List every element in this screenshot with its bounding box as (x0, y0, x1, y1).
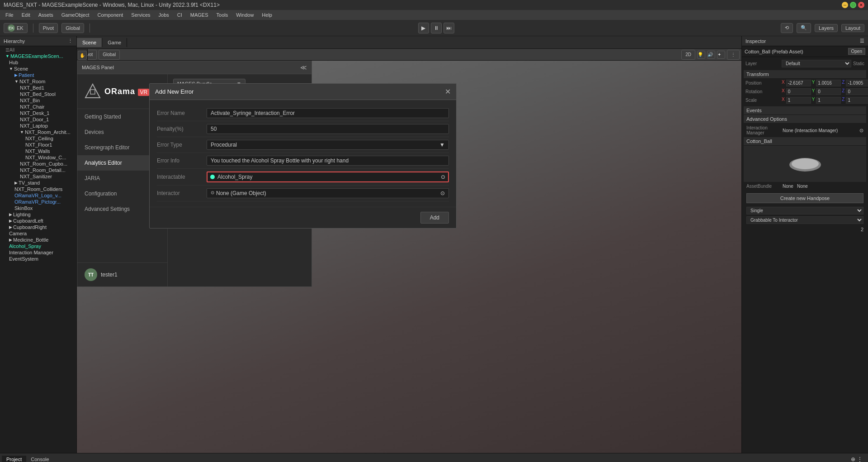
hierarchy-item-bed-stool[interactable]: NXT_Bed_Stool (0, 91, 76, 97)
history-btn[interactable]: ⟲ (781, 23, 793, 33)
hierarchy-item-detail[interactable]: NXT_Room_Detail... (0, 167, 76, 173)
add-error-button[interactable]: Add (420, 212, 449, 224)
add-icon[interactable]: ⊕ (851, 456, 855, 462)
menu-jobs[interactable]: Jobs (155, 11, 173, 19)
inspector-pos-y[interactable] (816, 80, 841, 86)
menu-window[interactable]: Window (232, 11, 257, 19)
inspector-open-button[interactable]: Open (848, 48, 865, 55)
menu-component[interactable]: Component (94, 11, 127, 19)
hierarchy-item-bed1[interactable]: NXT_Bed1 (0, 85, 76, 91)
hierarchy-item-colliders[interactable]: NXT_Room_Colliders (0, 186, 76, 192)
menu-tools[interactable]: Tools (213, 11, 232, 19)
hierarchy-options-icon[interactable]: ⋮ (68, 38, 73, 44)
layout-btn[interactable]: Layout (841, 24, 864, 32)
close-button[interactable]: ✕ (858, 2, 864, 8)
scene-light-btn[interactable]: 💡 (697, 51, 705, 59)
hierarchy-item-window[interactable]: NXT_Window_C... (0, 154, 76, 161)
menu-edit[interactable]: Edit (18, 11, 34, 19)
inspector-scale-y[interactable] (816, 97, 841, 104)
menu-ci[interactable]: CI (174, 11, 186, 19)
scene-2d-btn[interactable]: 2D (681, 50, 695, 60)
dialog-close-btn[interactable]: ✕ (445, 87, 451, 96)
menu-help[interactable]: Help (258, 11, 276, 19)
hierarchy-item-room-archit[interactable]: ▼NXT_Room_Archit... (0, 129, 76, 135)
inspector-advanced-options-header[interactable]: Advanced Options (744, 115, 866, 124)
hierarchy-item-cupboard[interactable]: NXT_Room_Cupbo... (0, 161, 76, 167)
hierarchy-item-lighting[interactable]: ▶Lighting (0, 211, 76, 218)
error-type-dropdown[interactable]: Procedural ▼ (207, 140, 449, 150)
menu-assets[interactable]: Assets (35, 11, 57, 19)
hierarchy-item-pictogr[interactable]: ORamaVR_Pictogr... (0, 199, 76, 205)
play-button[interactable]: ▶ (418, 23, 429, 33)
bottom-options-icon[interactable]: ⋮ (857, 456, 863, 462)
hierarchy-item-floor1[interactable]: NXT_Floor1 (0, 142, 76, 148)
mages-panel-close[interactable]: ≪ (300, 64, 307, 71)
hierarchy-item-cupboard-right[interactable]: ▶CupboardRight (0, 224, 76, 230)
hierarchy-item-tvstand[interactable]: ▶TV_stand (0, 180, 76, 186)
inspector-single-dropdown[interactable]: Single (746, 207, 863, 214)
scene-global-btn[interactable]: Global (99, 50, 120, 60)
hierarchy-item-sanitizer[interactable]: NXT_Sanitizer (0, 173, 76, 180)
scene-fx-btn[interactable]: ✦ (717, 51, 725, 59)
hierarchy-item-medicine[interactable]: ▶Medicine_Bottle (0, 237, 76, 243)
layers-btn[interactable]: Layers (815, 24, 838, 32)
hierarchy-item-door[interactable]: NXT_Door_1 (0, 116, 76, 123)
inspector-options-icon[interactable]: ☰ (860, 38, 864, 44)
inspector-rot-x[interactable] (786, 88, 811, 95)
hierarchy-item-nxt-room[interactable]: ▼NXT_Room (0, 78, 76, 85)
pivot-btn[interactable]: Pivot (39, 23, 58, 33)
error-name-input[interactable] (207, 108, 449, 118)
hierarchy-item-interaction-mgr[interactable]: Interaction Manager (0, 249, 76, 256)
hierarchy-item-walls[interactable]: NXT_Walls (0, 148, 76, 154)
tab-game[interactable]: Game (102, 38, 127, 47)
hierarchy-item-logo[interactable]: ORamaVR_Logo_v... (0, 192, 76, 199)
inspector-events-header[interactable]: Events (744, 106, 866, 115)
hierarchy-item-scene[interactable]: ▼Scene (0, 66, 76, 72)
hierarchy-item-alcohol-spray[interactable]: Alcohol_Spray (0, 243, 76, 249)
hierarchy-item-ceiling[interactable]: NXT_Ceiling (0, 135, 76, 142)
inspector-rot-y[interactable] (816, 88, 841, 95)
inspector-grabbable-dropdown[interactable]: Grabbable To Interactor (746, 216, 863, 224)
menu-gameobject[interactable]: GameObject (58, 11, 93, 19)
hierarchy-item-cupboard-left[interactable]: ▶CupboardLeft (0, 218, 76, 224)
hierarchy-item-eventsystem[interactable]: EventSystem (0, 256, 76, 262)
penalty-input[interactable] (207, 124, 449, 134)
hierarchy-search-all[interactable]: ☰ All (0, 47, 76, 53)
inspector-transform-header[interactable]: Transform (744, 70, 866, 79)
interactor-selector[interactable]: ⊙ None (Game Object) ⊙ (207, 188, 449, 198)
hierarchy-item-chair[interactable]: NXT_Chair (0, 104, 76, 110)
menu-mages[interactable]: MAGES (187, 11, 212, 19)
tab-console[interactable]: Console (26, 456, 53, 462)
hierarchy-item-desk[interactable]: NXT_Desk_1 (0, 110, 76, 116)
create-handpose-button[interactable]: Create new Handpose (746, 193, 863, 203)
minimize-button[interactable]: ─ (842, 2, 848, 8)
inspector-scale-z[interactable] (846, 97, 868, 104)
hierarchy-item-laptop[interactable]: NXT_Laptop (0, 123, 76, 129)
error-info-input[interactable] (207, 156, 449, 166)
step-button[interactable]: ⏭ (443, 23, 454, 33)
pause-button[interactable]: ⏸ (431, 23, 442, 33)
inspector-rot-z[interactable] (846, 88, 868, 95)
maximize-button[interactable]: □ (850, 2, 856, 8)
interactable-selector[interactable]: Alcohol_Spray ⊙ (207, 171, 449, 182)
inspector-scale-x[interactable] (786, 97, 811, 104)
global-btn[interactable]: Global (61, 23, 84, 33)
hand-tool[interactable]: ✋ (78, 51, 87, 60)
hierarchy-item-patient[interactable]: ▶Patient (0, 72, 76, 78)
hierarchy-item-skinbox[interactable]: SkinBox (0, 205, 76, 211)
account-btn[interactable]: EK EK (4, 23, 28, 33)
tab-project[interactable]: Project (2, 456, 26, 462)
hierarchy-item-bin[interactable]: NXT_Bin (0, 97, 76, 104)
hierarchy-item-hub[interactable]: Hub (0, 59, 76, 66)
inspector-interaction-circle-icon[interactable]: ⊙ (859, 128, 863, 133)
hierarchy-item-scene-root[interactable]: ▼MAGESExampleScen... (0, 53, 76, 59)
inspector-pos-x[interactable] (786, 80, 811, 86)
scene-more-btn[interactable]: ⋮ (727, 50, 740, 60)
inspector-cotton-ball-header[interactable]: Cotton_Ball (744, 137, 866, 146)
scene-audio-btn[interactable]: 🔊 (707, 51, 715, 59)
inspector-pos-z[interactable] (846, 80, 868, 86)
inspector-layer-dropdown[interactable]: Default (782, 60, 851, 67)
hierarchy-item-camera[interactable]: Camera (0, 230, 76, 237)
search-toolbar-btn[interactable]: 🔍 (797, 23, 811, 33)
menu-file[interactable]: File (2, 11, 17, 19)
